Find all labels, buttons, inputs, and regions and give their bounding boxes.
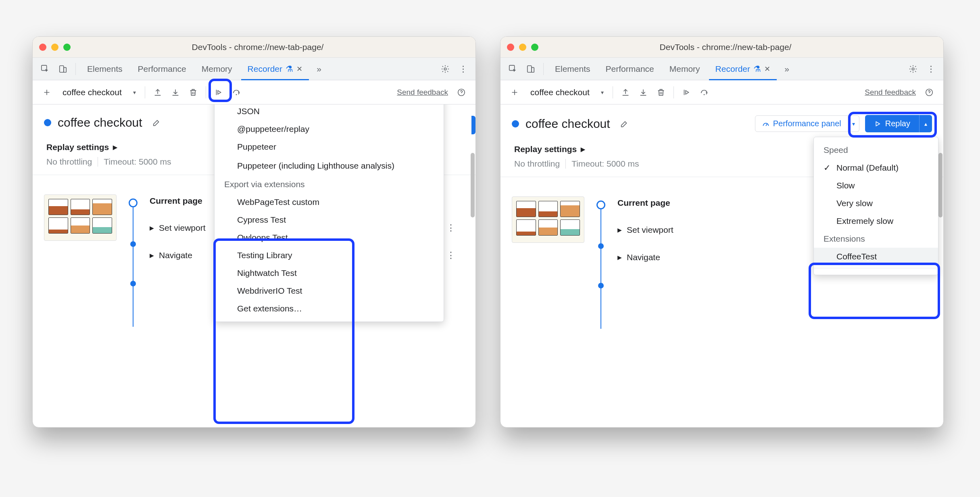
menu-section-header: Speed: [814, 141, 938, 159]
replay-settings-label: Replay settings: [514, 144, 577, 154]
export-icon[interactable]: [636, 85, 651, 100]
tab-performance[interactable]: Performance: [131, 58, 193, 80]
export-menu: Export JSON @puppeteer/replay Puppeteer …: [214, 104, 444, 322]
export-puppeteer-replay[interactable]: @puppeteer/replay: [215, 120, 444, 138]
recording-status-dot: [512, 120, 519, 127]
timeline: [595, 196, 607, 288]
devtools-tabstrip: Elements Performance Memory Recorder ⚗ ✕…: [500, 58, 943, 80]
edit-title-icon[interactable]: [617, 116, 632, 132]
step-over-icon[interactable]: [696, 85, 712, 100]
kebab-menu-icon[interactable]: ⋮: [455, 61, 471, 77]
speed-extremely-slow[interactable]: Extremely slow: [814, 212, 938, 230]
more-tabs-icon[interactable]: »: [779, 61, 794, 77]
svg-rect-2: [64, 67, 66, 72]
traffic-lights: [39, 44, 71, 51]
device-toolbar-icon[interactable]: [523, 61, 538, 77]
devtools-window-right: DevTools - chrome://new-tab-page/ Elemen…: [500, 36, 944, 428]
speed-slow[interactable]: Slow: [814, 177, 938, 194]
throttling-value: No throttling: [514, 159, 560, 169]
step-icon[interactable]: [679, 85, 694, 100]
recorder-toolbar: coffee checkout ▾ Send feedback: [33, 80, 475, 104]
step-label: Current page: [150, 196, 202, 206]
import-icon[interactable]: [150, 85, 165, 100]
export-ext-owloops[interactable]: Owloops Test: [215, 229, 444, 246]
timeline-step-marker: [598, 283, 604, 288]
fullscreen-window-button[interactable]: [63, 44, 71, 51]
more-tabs-icon[interactable]: »: [311, 61, 327, 77]
kebab-menu-icon[interactable]: ⋮: [923, 61, 938, 77]
scrollbar[interactable]: [471, 153, 475, 217]
tab-label: Elements: [555, 64, 590, 74]
divider: [75, 63, 76, 75]
send-feedback-link[interactable]: Send feedback: [397, 88, 448, 97]
replay-dropdown[interactable]: ▴: [919, 115, 932, 132]
export-ext-webpagetest[interactable]: WebPageTest custom: [215, 193, 444, 211]
tab-memory[interactable]: Memory: [195, 58, 239, 80]
tab-label: Recorder: [715, 64, 750, 74]
export-get-extensions[interactable]: Get extensions…: [215, 300, 444, 317]
speed-very-slow[interactable]: Very slow: [814, 194, 938, 212]
divider: [145, 86, 145, 98]
tab-elements[interactable]: Elements: [81, 58, 129, 80]
edit-title-icon[interactable]: [149, 115, 164, 130]
tab-label: Memory: [669, 64, 700, 74]
speed-ext-coffeetest[interactable]: CoffeeTest: [814, 248, 938, 265]
tab-recorder[interactable]: Recorder ⚗ ✕: [241, 58, 309, 80]
help-icon[interactable]: [454, 85, 469, 100]
device-toolbar-icon[interactable]: [55, 61, 71, 77]
close-window-button[interactable]: [39, 44, 46, 51]
step-over-icon[interactable]: [229, 85, 244, 100]
export-json[interactable]: JSON: [215, 104, 444, 120]
delete-icon[interactable]: [186, 85, 201, 100]
tab-memory[interactable]: Memory: [663, 58, 707, 80]
svg-rect-1: [60, 65, 64, 72]
chevron-down-icon: ▾: [601, 89, 604, 96]
minimize-window-button[interactable]: [519, 44, 526, 51]
recording-title: coffee checkout: [525, 117, 610, 131]
settings-icon[interactable]: [905, 61, 921, 77]
performance-panel-label: Performance panel: [773, 119, 841, 128]
scrollbar[interactable]: [938, 153, 942, 217]
tab-performance[interactable]: Performance: [599, 58, 661, 80]
fullscreen-window-button[interactable]: [531, 44, 538, 51]
close-window-button[interactable]: [507, 44, 514, 51]
delete-icon[interactable]: [653, 85, 669, 100]
import-icon[interactable]: [618, 85, 633, 100]
recording-dropdown[interactable]: coffee checkout ▾: [57, 86, 140, 99]
export-puppeteer-lighthouse[interactable]: Puppeteer (including Lighthouse analysis…: [215, 156, 444, 175]
add-recording-icon[interactable]: [39, 85, 54, 100]
close-tab-icon[interactable]: ✕: [296, 65, 302, 73]
export-puppeteer[interactable]: Puppeteer: [215, 138, 444, 156]
divider: [543, 63, 544, 75]
performance-panel-button[interactable]: Performance panel: [755, 115, 848, 132]
speed-normal[interactable]: ✓Normal (Default): [814, 159, 938, 177]
check-icon: ✓: [824, 163, 831, 173]
timeline: [127, 194, 139, 286]
export-ext-testing-library[interactable]: Testing Library: [215, 246, 444, 264]
step-label: Navigate: [159, 251, 192, 260]
replay-button[interactable]: Replay: [865, 115, 919, 132]
step-icon[interactable]: [211, 85, 226, 100]
inspect-element-icon[interactable]: [38, 61, 53, 77]
performance-panel-dropdown[interactable]: ▾: [848, 115, 859, 132]
timeline-start-marker: [596, 200, 605, 209]
step-menu-icon[interactable]: ⋮: [446, 250, 456, 261]
chevron-right-icon: ▶: [581, 146, 585, 152]
close-tab-icon[interactable]: ✕: [764, 65, 770, 73]
inspect-element-icon[interactable]: [505, 61, 521, 77]
export-icon[interactable]: [168, 85, 183, 100]
add-recording-icon[interactable]: [507, 85, 522, 100]
send-feedback-link[interactable]: Send feedback: [865, 88, 916, 97]
tab-elements[interactable]: Elements: [548, 58, 597, 80]
step-menu-icon[interactable]: ⋮: [446, 223, 456, 233]
settings-icon[interactable]: [438, 61, 453, 77]
minimize-window-button[interactable]: [51, 44, 58, 51]
help-icon[interactable]: [922, 85, 937, 100]
flask-icon: ⚗: [753, 64, 761, 74]
export-ext-cypress[interactable]: Cypress Test: [215, 211, 444, 229]
export-ext-webdriverio[interactable]: WebdriverIO Test: [215, 282, 444, 300]
export-ext-nightwatch[interactable]: Nightwatch Test: [215, 264, 444, 282]
chevron-right-icon: ▶: [150, 252, 154, 259]
recording-dropdown[interactable]: coffee checkout ▾: [525, 86, 608, 99]
tab-recorder[interactable]: Recorder ⚗ ✕: [709, 58, 777, 80]
